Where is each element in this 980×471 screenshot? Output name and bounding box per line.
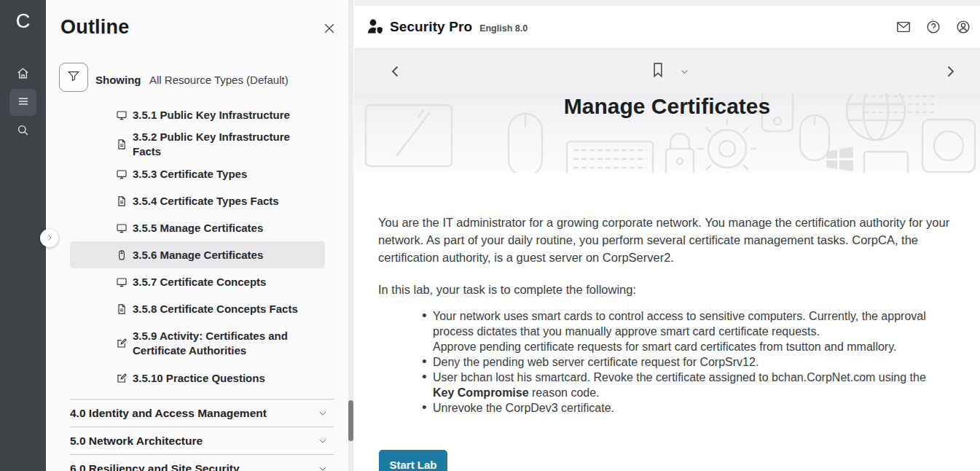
lesson-title: Manage Certificates	[354, 93, 980, 120]
left-rail: C	[0, 0, 46, 471]
filter-value: All Resource Types (Default)	[149, 74, 289, 86]
chevron-right-icon	[941, 63, 959, 80]
brand-c-logo: C	[0, 10, 46, 33]
task-text: Unrevoke the CorpDev3 certificate.	[433, 402, 614, 414]
outline-item-label: 3.5.5 Manage Certificates	[133, 221, 263, 236]
document-icon	[116, 303, 128, 315]
help-icon[interactable]	[925, 19, 941, 35]
task-item: Deny the pending web server certificate …	[378, 354, 939, 370]
outline-item-3-5-8[interactable]: 3.5.8 Certificate Concepts Facts	[70, 295, 325, 322]
task-text: Approve pending certificate requests for…	[433, 340, 896, 353]
filter-funnel-icon	[66, 69, 81, 86]
outline-item-3-5-10[interactable]: 3.5.10 Practice Questions	[70, 365, 325, 392]
task-item: Your network uses smart cards to control…	[378, 308, 939, 354]
task-item: User bchan lost his smartcard. Revoke th…	[378, 370, 939, 400]
outline-item-3-5-4[interactable]: 3.5.4 Certificate Types Facts	[70, 187, 325, 214]
outline-scrollbar-thumb[interactable]	[348, 400, 353, 441]
task-text: Deny the pending web server certificate …	[433, 356, 758, 368]
filter-button[interactable]	[59, 63, 88, 92]
monitor-icon	[116, 109, 128, 121]
outline-item-label: 3.5.8 Certificate Concepts Facts	[133, 302, 298, 316]
person-shield-icon	[366, 17, 385, 36]
outline-item-label: 3.5.3 Certificate Types	[133, 167, 247, 182]
outline-item-3-5-5[interactable]: 3.5.5 Manage Certificates	[70, 214, 325, 241]
previous-lesson-button[interactable]	[387, 63, 404, 83]
section-label: 5.0 Network Architecture	[70, 435, 203, 448]
task-text-bold: Key Compromise	[433, 386, 529, 399]
mail-icon[interactable]	[895, 19, 912, 35]
section-label: 6.0 Resiliency and Site Security	[70, 462, 240, 471]
outline-item-label: 3.5.10 Practice Questions	[133, 371, 265, 386]
outline-title: Outline	[60, 16, 129, 39]
mouse-icon	[116, 249, 128, 261]
chevron-down-icon	[318, 408, 328, 419]
home-icon	[16, 66, 30, 83]
header-actions	[895, 19, 971, 35]
section-5-0[interactable]: 5.0 Network Architecture	[70, 427, 334, 454]
monitor-icon	[116, 222, 128, 234]
lesson-banner: Manage Certificates	[354, 93, 980, 173]
close-icon	[322, 21, 337, 39]
outline-item-label: 3.5.2 Public Key Infrastructure Facts	[133, 130, 319, 159]
outline-section-list: 4.0 Identity and Access Management 5.0 N…	[70, 399, 334, 471]
lesson-nav-bar	[354, 48, 980, 93]
bookmark-icon	[648, 61, 667, 79]
task-text: reason code.	[529, 386, 600, 399]
outline-item-3-5-2[interactable]: 3.5.2 Public Key Infrastructure Facts	[70, 128, 325, 160]
task-text: Your network uses smart cards to control…	[433, 310, 926, 338]
menu-icon	[17, 95, 30, 111]
filter-showing-label: Showing	[95, 74, 141, 86]
outline-menu-button[interactable]	[9, 89, 36, 116]
caret-down-icon	[679, 66, 690, 77]
chevron-right-icon	[45, 232, 54, 245]
start-lab-button[interactable]: Start Lab	[379, 450, 447, 471]
next-lesson-button[interactable]	[941, 63, 959, 83]
pencil-icon	[116, 338, 128, 349]
document-icon	[116, 139, 128, 150]
monitor-icon	[116, 168, 128, 180]
bookmark-button[interactable]	[648, 61, 667, 82]
outline-panel: Outline Showing All Resource Types (Defa…	[46, 0, 354, 471]
course-header: Security Pro English 8.0	[354, 6, 980, 48]
outline-item-3-5-9[interactable]: 3.5.9 Activity: Certificates and Certifi…	[70, 322, 325, 365]
app-screen: C Outline Showin	[0, 0, 980, 471]
section-label: 4.0 Identity and Access Management	[70, 407, 267, 420]
collapse-outline-handle[interactable]	[40, 229, 58, 247]
monitor-icon	[116, 276, 128, 288]
outline-item-label: 3.5.9 Activity: Certificates and Certifi…	[133, 329, 319, 358]
search-button[interactable]	[9, 118, 36, 145]
main-panel: Security Pro English 8.0	[354, 0, 980, 471]
bookmark-menu-button[interactable]	[679, 66, 690, 80]
close-outline-button[interactable]	[320, 20, 339, 39]
outline-item-label: 3.5.1 Public Key Infrastructure	[133, 108, 290, 122]
scenario-paragraph: You are the IT administrator for a growi…	[378, 214, 955, 266]
outline-item-3-5-1[interactable]: 3.5.1 Public Key Infrastructure	[70, 101, 325, 128]
outline-item-3-5-6-selected[interactable]: 3.5.6 Manage Certificates	[70, 241, 325, 268]
outline-item-label: 3.5.4 Certificate Types Facts	[133, 194, 279, 209]
product-title: Security Pro	[390, 19, 472, 35]
task-intro-paragraph: In this lab, your task is to complete th…	[378, 281, 955, 298]
chevron-down-icon	[318, 436, 328, 446]
task-list: Your network uses smart cards to control…	[378, 308, 939, 416]
task-item: Unrevoke the CorpDev3 certificate.	[378, 400, 939, 416]
outline-item-3-5-7[interactable]: 3.5.7 Certificate Concepts	[70, 268, 325, 295]
document-icon	[116, 195, 128, 207]
outline-item-list: 3.5.1 Public Key Infrastructure 3.5.2 Pu…	[70, 101, 325, 392]
outline-item-label: 3.5.6 Manage Certificates	[133, 248, 263, 262]
outline-item-label: 3.5.7 Certificate Concepts	[133, 275, 266, 289]
section-4-0[interactable]: 4.0 Identity and Access Management	[70, 399, 334, 427]
chevron-left-icon	[387, 63, 404, 80]
section-6-0[interactable]: 6.0 Resiliency and Site Security	[70, 454, 334, 471]
lesson-body: You are the IT administrator for a growi…	[354, 173, 980, 471]
search-icon	[16, 123, 30, 140]
outline-item-3-5-3[interactable]: 3.5.3 Certificate Types	[70, 160, 325, 187]
chevron-down-icon	[318, 464, 328, 471]
profile-icon[interactable]	[955, 19, 971, 35]
home-button[interactable]	[9, 61, 36, 88]
product-edition: English 8.0	[479, 23, 528, 34]
task-text: User bchan lost his smartcard. Revoke th…	[433, 371, 926, 384]
pencil-icon	[116, 373, 128, 384]
